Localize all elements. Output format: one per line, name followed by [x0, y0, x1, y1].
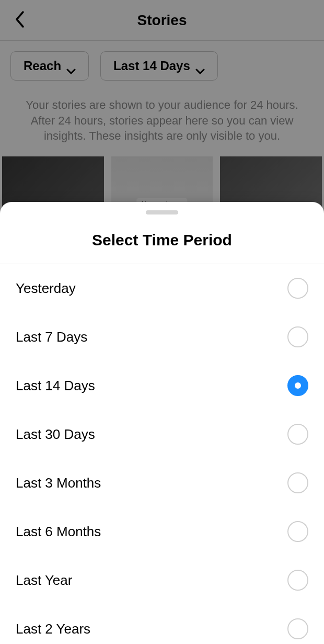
radio-unselected-icon	[287, 618, 308, 639]
radio-selected-icon	[287, 375, 308, 396]
option-label: Last Year	[16, 572, 72, 589]
sheet-grabber[interactable]	[146, 210, 178, 214]
radio-unselected-icon	[287, 472, 308, 493]
radio-unselected-icon	[287, 326, 308, 347]
time-period-option[interactable]: Yesterday	[0, 264, 324, 313]
time-period-option[interactable]: Last 2 Years	[0, 605, 324, 644]
option-label: Last 2 Years	[16, 621, 90, 637]
option-label: Last 30 Days	[16, 426, 95, 443]
sheet-title: Select Time Period	[0, 214, 324, 264]
radio-unselected-icon	[287, 424, 308, 445]
option-label: Last 14 Days	[16, 378, 95, 394]
time-period-option[interactable]: Last 14 Days	[0, 361, 324, 410]
option-label: Last 3 Months	[16, 475, 101, 491]
time-period-option[interactable]: Last Year	[0, 556, 324, 605]
time-period-sheet: Select Time Period YesterdayLast 7 DaysL…	[0, 202, 324, 644]
option-label: Last 7 Days	[16, 329, 87, 345]
option-label: Yesterday	[16, 280, 76, 297]
time-period-option[interactable]: Last 3 Months	[0, 459, 324, 507]
radio-unselected-icon	[287, 521, 308, 542]
option-label: Last 6 Months	[16, 524, 101, 540]
options-list: YesterdayLast 7 DaysLast 14 DaysLast 30 …	[0, 264, 324, 644]
radio-unselected-icon	[287, 570, 308, 591]
time-period-option[interactable]: Last 6 Months	[0, 507, 324, 556]
time-period-option[interactable]: Last 30 Days	[0, 410, 324, 459]
time-period-option[interactable]: Last 7 Days	[0, 313, 324, 361]
radio-unselected-icon	[287, 278, 308, 299]
